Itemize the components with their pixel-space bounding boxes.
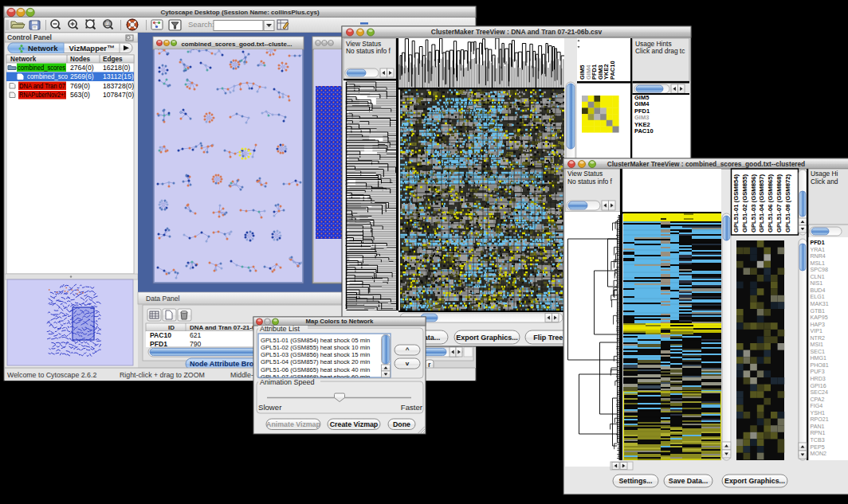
- svg-text:Data Panel: Data Panel: [146, 295, 180, 303]
- svg-text:HAP3: HAP3: [811, 322, 826, 328]
- svg-text:PAC10: PAC10: [609, 61, 616, 80]
- svg-text:PEP5: PEP5: [811, 444, 825, 451]
- svg-text:RNAPuberNov2+!: RNAPuberNov2+!: [19, 91, 65, 99]
- svg-text:2764(0): 2764(0): [70, 64, 94, 72]
- svg-text:HMG1: HMG1: [811, 355, 827, 361]
- svg-text:107847(0): 107847(0): [103, 91, 134, 99]
- svg-text:GPL51-04 (GSM857): GPL51-04 (GSM857): [758, 174, 765, 232]
- svg-text:GPL51-04 (GSM857) heat shock 2: GPL51-04 (GSM857) heat shock 20 min: [261, 358, 370, 365]
- svg-text:13: 13: [106, 22, 110, 26]
- svg-text:MSI1: MSI1: [811, 342, 824, 348]
- svg-text:GPL51-08 (GSM872): GPL51-08 (GSM872): [784, 174, 791, 232]
- svg-text:PFD1: PFD1: [150, 340, 167, 348]
- svg-text:RPN1: RPN1: [811, 430, 826, 436]
- svg-text:SEC1: SEC1: [811, 349, 826, 355]
- svg-text:No status info f: No status info f: [567, 178, 613, 186]
- svg-text:2569(6): 2569(6): [70, 72, 94, 80]
- svg-text:Middle-: Middle-: [230, 371, 253, 379]
- svg-text:Click and: Click and: [811, 178, 838, 186]
- svg-text:Save Data...: Save Data...: [669, 477, 708, 485]
- svg-text:DNA and Tran 07-21-06: DNA and Tran 07-21-06: [190, 324, 259, 331]
- svg-text:ELG1: ELG1: [811, 294, 825, 300]
- svg-text:769(0): 769(0): [70, 82, 90, 90]
- svg-text:Faster: Faster: [401, 403, 423, 412]
- svg-text:Export Graphics...: Export Graphics...: [456, 334, 518, 342]
- svg-text:MSL1: MSL1: [811, 260, 826, 267]
- svg-text:Map Colors to Network: Map Colors to Network: [306, 318, 375, 325]
- svg-text:Control Panel: Control Panel: [7, 33, 52, 41]
- svg-text:GTB1: GTB1: [811, 308, 826, 315]
- svg-text:NTR2: NTR2: [811, 335, 826, 342]
- svg-text:YRA1: YRA1: [811, 247, 826, 253]
- svg-text:Create Vizmap: Create Vizmap: [330, 420, 379, 428]
- svg-text:Export Graphics...: Export Graphics...: [724, 477, 785, 485]
- svg-text:SPC98: SPC98: [811, 267, 829, 273]
- svg-text:combined_scores: combined_scores: [18, 64, 65, 72]
- svg-text:Right-click + drag to ZOOM: Right-click + drag to ZOOM: [120, 371, 205, 379]
- svg-text:790: 790: [190, 340, 202, 348]
- svg-text:Animate Vizmap: Animate Vizmap: [266, 420, 320, 428]
- svg-text:Settings...: Settings...: [618, 477, 652, 485]
- svg-text:GPI16: GPI16: [811, 383, 826, 389]
- svg-text:GPL51-02 (GSM855): GPL51-02 (GSM855): [741, 174, 748, 232]
- svg-text:Slower: Slower: [258, 403, 282, 412]
- svg-text:Node Attribute Brows: Node Attribute Brows: [190, 360, 263, 368]
- svg-text:183728(0): 183728(0): [103, 82, 134, 90]
- svg-text:GPL51-03 (GSM856): GPL51-03 (GSM856): [750, 174, 757, 232]
- svg-text:Click and drag tc: Click and drag tc: [635, 47, 685, 55]
- svg-text:HRD3: HRD3: [811, 376, 826, 382]
- svg-text:ClusterMaker TreeView : DNA an: ClusterMaker TreeView : DNA and Tran 07-…: [431, 28, 603, 36]
- svg-text:GPL51-06 (GSM865): GPL51-06 (GSM865): [767, 174, 774, 232]
- svg-text:View Status: View Status: [346, 40, 381, 48]
- svg-text:PAC10: PAC10: [150, 331, 171, 339]
- svg-text:YSH1: YSH1: [811, 410, 826, 416]
- svg-text:BUD4: BUD4: [811, 287, 826, 294]
- svg-text:View Status: View Status: [567, 170, 603, 178]
- svg-text:Usage Hi: Usage Hi: [811, 170, 838, 178]
- svg-text:No status info f: No status info f: [346, 47, 391, 55]
- svg-text:Search:: Search:: [188, 20, 214, 29]
- svg-text:GPL51-02 (GSM855) heat shock 1: GPL51-02 (GSM855) heat shock 10 min: [261, 344, 370, 351]
- svg-text:Network: Network: [28, 44, 58, 53]
- svg-text:Cytoscape Desktop (Session Nam: Cytoscape Desktop (Session Name: collins…: [160, 9, 320, 16]
- svg-text:DNA and Tran 07: DNA and Tran 07: [19, 82, 65, 90]
- svg-text:Nodes: Nodes: [70, 56, 90, 63]
- svg-text:RNR4: RNR4: [811, 253, 826, 260]
- svg-text:^: ^: [406, 346, 410, 354]
- svg-text:CLN1: CLN1: [811, 274, 825, 280]
- svg-text:PAN1: PAN1: [811, 424, 825, 430]
- svg-text:GPL51-01 (GSM854) heat shock 0: GPL51-01 (GSM854) heat shock 05 min: [261, 337, 370, 344]
- svg-text:SEC24: SEC24: [811, 389, 829, 396]
- svg-text:PAC10: PAC10: [634, 127, 654, 135]
- svg-text:FIG4: FIG4: [811, 403, 823, 409]
- svg-text:PUF3: PUF3: [811, 369, 825, 375]
- svg-text:PHO81: PHO81: [811, 362, 829, 369]
- svg-text:VizMapper™: VizMapper™: [69, 44, 115, 53]
- svg-text:VIP1: VIP1: [811, 328, 822, 334]
- svg-text:GPL51-03 (GSM856) heat shock 1: GPL51-03 (GSM856) heat shock 15 min: [261, 351, 370, 358]
- svg-text:MAK31: MAK31: [811, 301, 829, 307]
- svg-text:GPL51-07 (GSM868): GPL51-07 (GSM868): [775, 174, 783, 232]
- svg-text:CPA2: CPA2: [811, 397, 825, 403]
- svg-text:621: 621: [190, 331, 202, 339]
- svg-text:combined_sco: combined_sco: [27, 72, 68, 80]
- svg-text:GPL51-01 (GSM854): GPL51-01 (GSM854): [732, 174, 740, 232]
- svg-text:Done: Done: [393, 420, 410, 428]
- svg-text:NIS1: NIS1: [811, 280, 823, 287]
- svg-text:13112(15): 13112(15): [103, 72, 134, 80]
- svg-text:MON2: MON2: [811, 451, 827, 457]
- svg-text:Network: Network: [10, 56, 37, 63]
- svg-text:TCB3: TCB3: [811, 437, 825, 443]
- svg-text:Edges: Edges: [103, 56, 123, 63]
- svg-text:RPO21: RPO21: [811, 416, 829, 423]
- svg-text:Attribute List: Attribute List: [260, 325, 300, 333]
- svg-text:PFD1: PFD1: [811, 240, 825, 246]
- svg-text:ID: ID: [168, 324, 175, 331]
- svg-text:Welcome to Cytoscape 2.6.2: Welcome to Cytoscape 2.6.2: [7, 371, 96, 379]
- svg-text:GPL51-06 (GSM865) heat shock 4: GPL51-06 (GSM865) heat shock 40 min: [261, 366, 370, 373]
- svg-text:combined_scores_good.txt--clus: combined_scores_good.txt--cluste...: [181, 41, 292, 48]
- svg-text:16218(0): 16218(0): [103, 64, 131, 72]
- svg-text:Animation Speed: Animation Speed: [260, 378, 315, 386]
- svg-text:563(0): 563(0): [70, 91, 90, 99]
- svg-text:v: v: [406, 360, 410, 367]
